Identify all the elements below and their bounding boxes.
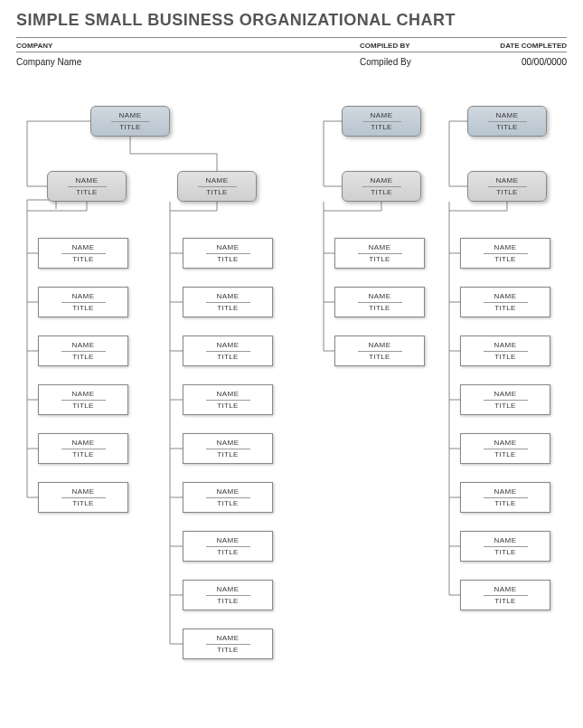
divider: [206, 253, 250, 254]
org-node-leaf: NAMETITLE: [460, 287, 550, 317]
node-title: TITLE: [496, 188, 517, 196]
node-name: NAME: [216, 292, 239, 301]
node-title: TITLE: [72, 499, 93, 507]
node-title: TITLE: [217, 304, 238, 312]
node-name: NAME: [216, 390, 239, 399]
node-name: NAME: [494, 390, 516, 399]
org-node-mid: NAMETITLE: [467, 171, 547, 202]
org-node-leaf: NAMETITLE: [183, 433, 273, 464]
node-title: TITLE: [217, 450, 238, 459]
page-title: SIMPLE SMALL BUSINESS ORGANIZATIONAL CHA…: [0, 0, 583, 37]
compiled-by-label: COMPILED BY: [360, 38, 482, 52]
org-chart: NAMETITLENAMETITLENAMETITLENAMETITLENAME…: [0, 86, 583, 728]
node-name: NAME: [118, 111, 141, 120]
org-node-leaf: NAMETITLE: [334, 287, 425, 317]
company-label: COMPANY: [16, 38, 360, 52]
divider: [484, 253, 528, 254]
divider: [61, 351, 106, 352]
org-node-leaf: NAMETITLE: [183, 580, 273, 610]
divider: [111, 121, 150, 122]
node-name: NAME: [494, 439, 516, 448]
node-name: NAME: [71, 439, 94, 448]
org-node-leaf: NAMETITLE: [38, 238, 128, 269]
org-node-leaf: NAMETITLE: [183, 287, 273, 317]
node-title: TITLE: [494, 450, 515, 459]
divider: [206, 497, 250, 498]
node-name: NAME: [71, 487, 94, 496]
node-name: NAME: [216, 585, 239, 594]
node-name: NAME: [368, 292, 390, 301]
divider: [61, 497, 106, 498]
org-node-leaf: NAMETITLE: [183, 531, 273, 562]
node-title: TITLE: [206, 188, 227, 196]
org-node-leaf: NAMETITLE: [334, 336, 425, 366]
node-title: TITLE: [72, 304, 93, 312]
node-title: TITLE: [494, 402, 515, 410]
node-title: TITLE: [72, 450, 93, 459]
divider: [484, 595, 528, 596]
node-name: NAME: [370, 176, 392, 185]
node-title: TITLE: [72, 402, 93, 410]
divider: [206, 546, 250, 547]
node-name: NAME: [495, 111, 518, 120]
node-title: TITLE: [494, 499, 515, 507]
divider: [206, 449, 250, 449]
node-title: TITLE: [217, 499, 238, 507]
divider: [358, 351, 402, 352]
divider: [206, 351, 250, 352]
org-node-leaf: NAMETITLE: [38, 384, 128, 415]
node-name: NAME: [494, 341, 516, 350]
org-node-leaf: NAMETITLE: [183, 482, 273, 513]
node-name: NAME: [205, 176, 228, 185]
org-node-mid: NAMETITLE: [177, 171, 257, 202]
divider: [206, 644, 250, 645]
divider: [68, 186, 107, 187]
node-name: NAME: [494, 585, 516, 594]
node-title: TITLE: [494, 353, 515, 361]
node-title: TITLE: [72, 255, 93, 263]
node-title: TITLE: [494, 548, 515, 556]
node-title: TITLE: [217, 255, 238, 263]
node-name: NAME: [495, 176, 518, 185]
divider: [206, 302, 250, 303]
org-node-leaf: NAMETITLE: [183, 336, 273, 366]
node-name: NAME: [368, 341, 390, 350]
divider: [484, 546, 528, 547]
node-name: NAME: [494, 292, 516, 301]
org-node-leaf: NAMETITLE: [334, 238, 425, 269]
node-title: TITLE: [494, 304, 515, 312]
node-title: TITLE: [371, 123, 391, 131]
node-title: TITLE: [496, 123, 517, 131]
node-name: NAME: [216, 634, 239, 643]
org-node-top: NAMETITLE: [342, 106, 421, 137]
node-name: NAME: [494, 536, 516, 545]
org-node-leaf: NAMETITLE: [183, 384, 273, 415]
org-node-top: NAMETITLE: [90, 106, 170, 137]
node-name: NAME: [368, 243, 390, 252]
divider: [362, 121, 401, 122]
node-title: TITLE: [494, 597, 515, 605]
node-name: NAME: [494, 243, 516, 252]
node-name: NAME: [216, 341, 239, 350]
node-title: TITLE: [217, 353, 238, 361]
node-title: TITLE: [217, 402, 238, 410]
org-node-leaf: NAMETITLE: [460, 336, 550, 366]
org-node-mid: NAMETITLE: [342, 171, 421, 202]
divider: [61, 302, 106, 303]
divider: [484, 400, 528, 401]
org-node-leaf: NAMETITLE: [460, 531, 550, 562]
divider: [206, 595, 250, 596]
org-node-mid: NAMETITLE: [47, 171, 127, 202]
node-title: TITLE: [369, 304, 390, 312]
divider: [358, 253, 402, 254]
org-node-leaf: NAMETITLE: [38, 336, 128, 366]
org-node-leaf: NAMETITLE: [183, 238, 273, 269]
divider: [484, 351, 528, 352]
date-completed-label: DATE COMPLETED: [482, 38, 567, 52]
divider: [61, 253, 106, 254]
node-name: NAME: [216, 487, 239, 496]
divider: [206, 400, 250, 401]
divider: [484, 497, 528, 498]
divider: [484, 302, 528, 303]
node-name: NAME: [71, 292, 94, 301]
